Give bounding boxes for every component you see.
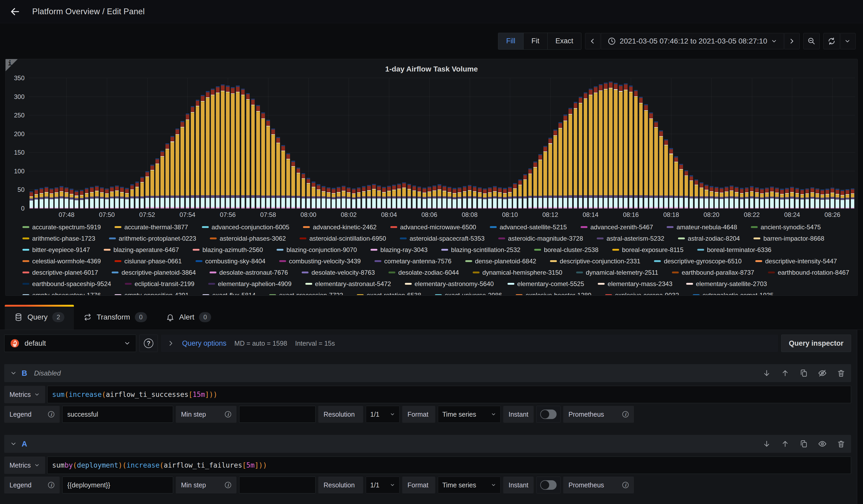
legend-item[interactable]: descriptive-planet-6017: [23, 269, 98, 276]
legend-item[interactable]: descriptive-conjunction-2331: [550, 258, 640, 264]
move-query-up-button[interactable]: [781, 369, 789, 377]
instant-toggle[interactable]: [536, 406, 561, 423]
datasource-help-button[interactable]: ?: [139, 335, 158, 352]
legend-item[interactable]: accurate-thermal-3877: [114, 224, 188, 230]
query-inspector-button[interactable]: Query inspector: [781, 335, 851, 352]
refresh-button[interactable]: [823, 33, 840, 49]
legend-item[interactable]: blazing-azimuth-2560: [193, 247, 263, 253]
query-options-label[interactable]: Query options: [182, 339, 226, 348]
legend-item[interactable]: blazing-ray-3043: [371, 247, 427, 253]
legend-item[interactable]: blazing-aperature-6467: [104, 247, 179, 253]
legend-item[interactable]: barren-impactor-8668: [753, 235, 824, 242]
legend-item[interactable]: empty-observatory-1776: [23, 292, 101, 295]
query-header-B[interactable]: B Disabled: [4, 364, 851, 382]
legend-item[interactable]: explosive-booster-1289: [516, 292, 591, 295]
instant-toggle[interactable]: [536, 477, 561, 493]
legend-item[interactable]: extragalactic-comet-1935: [693, 292, 774, 295]
tab-transform[interactable]: Transform 0: [74, 305, 157, 330]
metrics-dropdown[interactable]: Metrics: [4, 386, 45, 403]
tab-query[interactable]: Query 2: [5, 305, 74, 330]
legend-item[interactable]: celestial-wormhole-4369: [23, 258, 101, 264]
query-header-A[interactable]: A: [4, 435, 851, 453]
exact-button[interactable]: Exact: [548, 33, 581, 49]
format-select[interactable]: Time series: [438, 477, 501, 493]
delete-query-button[interactable]: [837, 369, 845, 377]
time-shift-forward-button[interactable]: [784, 33, 800, 49]
toggle-query-visibility-button[interactable]: [818, 369, 827, 378]
query-expr-A[interactable]: sum by (deployment)(increase(airflow_ti_…: [47, 456, 851, 474]
legend-item[interactable]: descriptive-intensity-5447: [755, 258, 837, 264]
legend-item[interactable]: blazing-scintillation-2532: [441, 247, 521, 253]
legend-item[interactable]: exact-precession-7722: [269, 292, 343, 295]
legend-item[interactable]: exact-rotation-6538: [357, 292, 421, 295]
duplicate-query-button[interactable]: [799, 440, 808, 448]
format-select[interactable]: Time series: [438, 406, 501, 423]
legend-item[interactable]: dynamical-telemetry-2511: [576, 269, 658, 276]
legend-item[interactable]: combusting-sky-8404: [196, 258, 265, 264]
fill-button[interactable]: Fill: [498, 33, 524, 49]
legend-item[interactable]: advanced-kinetic-2462: [303, 224, 377, 230]
legend-item[interactable]: boreal-terminator-6336: [697, 247, 772, 253]
legend-format-input[interactable]: [62, 406, 173, 423]
legend-item[interactable]: amateur-nebula-4648: [667, 224, 737, 230]
legend-item[interactable]: arithmetic-protoplanet-0223: [109, 235, 196, 242]
legend-item[interactable]: elementary-aphelion-4909: [208, 280, 292, 287]
legend-item[interactable]: asteroidal-phases-3062: [210, 235, 286, 242]
delete-query-button[interactable]: [837, 440, 845, 448]
legend-item[interactable]: exact-universe-2986: [435, 292, 502, 295]
legend-item[interactable]: desolate-velocity-8763: [302, 269, 375, 276]
legend-item[interactable]: asteroidal-scintillation-6950: [300, 235, 386, 242]
back-button[interactable]: [8, 4, 22, 19]
legend-item[interactable]: cometary-antenna-7576: [375, 258, 452, 264]
legend-item[interactable]: descriptive-gyroscope-6510: [654, 258, 742, 264]
zoom-out-button[interactable]: [803, 33, 820, 49]
datasource-picker[interactable]: default: [4, 335, 136, 352]
metrics-dropdown[interactable]: Metrics: [4, 456, 45, 474]
min-step-input[interactable]: [239, 406, 316, 423]
legend-item[interactable]: advanced-conjunction-6005: [202, 224, 289, 230]
legend-item[interactable]: dynamical-hemisphere-3150: [473, 269, 562, 276]
refresh-interval-dropdown[interactable]: [840, 33, 855, 49]
legend-item[interactable]: ecliptical-transit-2199: [125, 280, 195, 287]
panel-info-corner-icon[interactable]: i: [5, 59, 18, 71]
legend-item[interactable]: elementary-comet-5525: [508, 280, 584, 287]
legend-item[interactable]: astral-zodiac-8204: [678, 235, 740, 242]
legend-item[interactable]: cislunar-phase-0661: [114, 258, 182, 264]
legend-item[interactable]: empty-opposition-4391: [114, 292, 189, 295]
move-query-down-button[interactable]: [762, 369, 771, 377]
legend-item[interactable]: advanced-microwave-6500: [390, 224, 476, 230]
resolution-select[interactable]: 1/1: [366, 477, 400, 493]
legend-item[interactable]: arithmetic-phase-1723: [23, 235, 95, 242]
legend-item[interactable]: asteroidal-spacecraft-5353: [400, 235, 485, 242]
move-query-up-button[interactable]: [781, 440, 789, 448]
fit-button[interactable]: Fit: [524, 33, 548, 49]
toggle-query-visibility-button[interactable]: [818, 439, 827, 448]
legend-item[interactable]: boreal-exposure-8115: [612, 247, 684, 253]
legend-item[interactable]: astral-asterism-5232: [597, 235, 664, 242]
legend-item[interactable]: earthbound-rotation-8467: [768, 269, 849, 276]
legend-item[interactable]: elementary-astronaut-5472: [305, 280, 391, 287]
legend-item[interactable]: boreal-cluster-2538: [534, 247, 599, 253]
legend-item[interactable]: accurate-spectrum-5919: [23, 224, 101, 230]
legend-item[interactable]: earthbound-spaceship-9524: [23, 280, 111, 287]
move-query-down-button[interactable]: [762, 440, 771, 448]
legend-item[interactable]: blazing-conjunction-9070: [277, 247, 357, 253]
legend-item[interactable]: descriptive-planetoid-3864: [112, 269, 196, 276]
legend-item[interactable]: elementary-satellite-2703: [686, 280, 767, 287]
legend-item[interactable]: asteroidic-magnitude-3728: [498, 235, 583, 242]
legend-item[interactable]: dense-planetoid-6842: [465, 258, 536, 264]
legend-item[interactable]: explosive-corona-9032: [605, 292, 679, 295]
legend-format-input[interactable]: [62, 477, 173, 493]
legend-item[interactable]: combusting-velocity-3439: [279, 258, 361, 264]
legend-item[interactable]: earthbound-parallax-8737: [672, 269, 754, 276]
resolution-select[interactable]: 1/1: [366, 406, 400, 423]
legend-item[interactable]: bitter-eyepiece-9147: [23, 247, 90, 253]
legend-item[interactable]: exact-flux-5814: [202, 292, 255, 295]
legend-item[interactable]: ancient-synodic-5475: [751, 224, 821, 230]
legend-item[interactable]: elementary-astronomy-5640: [405, 280, 494, 287]
query-options-bar[interactable]: Query options MD = auto = 1598 Interval …: [161, 335, 778, 352]
legend-item[interactable]: elementary-mass-2343: [598, 280, 672, 287]
time-shift-back-button[interactable]: [585, 33, 600, 49]
duplicate-query-button[interactable]: [799, 369, 808, 377]
legend-item[interactable]: advanced-satellite-5215: [490, 224, 567, 230]
